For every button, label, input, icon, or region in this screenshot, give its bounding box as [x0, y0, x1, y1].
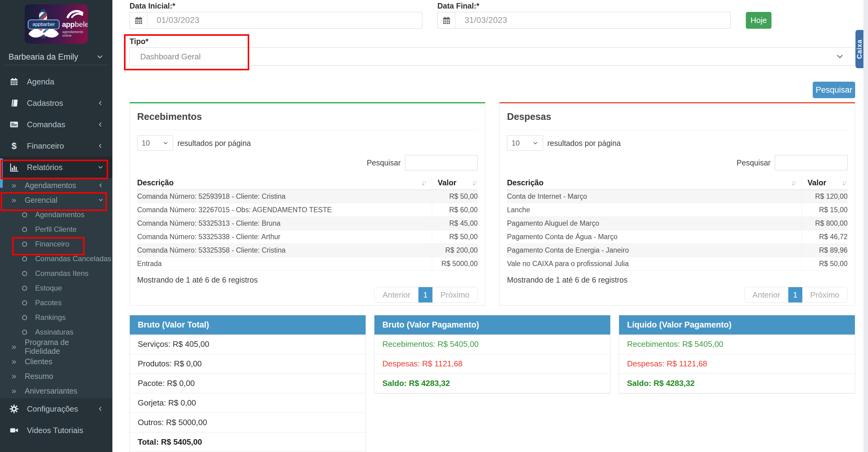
table-row[interactable]: Conta de Internet - MarçoR$ 120,00 — [507, 190, 847, 203]
submenu-item-clientes[interactable]: »Clientes — [0, 354, 113, 369]
valor-header-label: Valor — [438, 178, 456, 187]
submenu-item-resumo[interactable]: »Resumo — [0, 369, 113, 384]
chevron-left-icon — [97, 100, 104, 107]
circle-icon — [22, 242, 27, 247]
book-icon — [8, 98, 20, 108]
table-row[interactable]: Vale no CAIXA para o profissional JuliaR… — [507, 257, 847, 271]
sidebar-item-financeiro[interactable]: $ Financeiro — [0, 135, 113, 157]
table-row[interactable]: Pagamento Aluguel de MarçoR$ 800,00 — [507, 217, 847, 230]
gerencial-item-label: Perfil Cliente — [35, 225, 77, 234]
valor-header[interactable]: Valor ↓↑ — [802, 176, 847, 190]
bar-chart-icon — [8, 163, 20, 172]
gerencial-item-assinaturas[interactable]: Assinaturas — [0, 325, 113, 339]
sidebar-item-agenda[interactable]: Agenda — [0, 71, 113, 92]
row-description: Pagamento Conta de Água - Março — [507, 233, 802, 241]
submenu-item-aniversariantes[interactable]: »Aniversariantes — [0, 384, 113, 398]
data-inicial-input[interactable]: 01/03/2023 — [129, 12, 423, 29]
circle-icon — [22, 330, 27, 335]
table-search-label: Pesquisar — [737, 159, 771, 167]
page-1-button[interactable]: 1 — [418, 287, 432, 303]
sidebar-item-label: Comandas — [27, 120, 65, 130]
table-search-input[interactable] — [405, 155, 478, 170]
row-description: Pagamento Aluguel de Março — [507, 219, 802, 228]
data-final-value: 31/03/2023 — [455, 16, 507, 25]
hoje-button[interactable]: Hoje — [746, 12, 772, 29]
caixa-side-tab[interactable]: Caixa — [856, 30, 863, 68]
bruto-valor-total-card: Bruto (Valor Total) Serviços: R$ 405,00 … — [129, 315, 366, 452]
page-1-button[interactable]: 1 — [788, 287, 802, 303]
card-row-total: Total: R$ 5405,00 — [130, 432, 366, 452]
sidebar-item-cadastros[interactable]: Cadastros — [0, 92, 113, 114]
gerencial-item-perfil-cliente[interactable]: Perfil Cliente — [0, 222, 113, 237]
sidebar-item-videos-tutoriais[interactable]: Videos Tutoriais — [0, 420, 113, 441]
row-description: Lanche — [507, 206, 802, 214]
card-row-outros: Outros: R$ 5000,00 — [130, 413, 366, 432]
table-body: Conta de Internet - MarçoR$ 120,00 Lanch… — [507, 190, 847, 271]
gerencial-item-pacotes[interactable]: Pacotes — [0, 295, 113, 310]
valor-header[interactable]: Valor ↓↑ — [432, 176, 478, 190]
per-page-select[interactable]: 10 — [137, 136, 173, 151]
angle-double-right-icon: » — [11, 386, 16, 396]
submenu-item-label: Clientes — [25, 357, 52, 366]
gerencial-item-rankings[interactable]: Rankings — [0, 310, 113, 325]
table-row[interactable]: Comanda Número: 32267015 - Obs: AGENDAME… — [137, 203, 478, 217]
card-title: Líquido (Valor Pagamento) — [619, 315, 855, 335]
tipo-label: Tipo* — [129, 37, 855, 45]
previous-page-button[interactable]: Anterior — [375, 287, 418, 303]
table-row[interactable]: Comanda Número: 53325358 - Cliente: Cris… — [137, 244, 478, 257]
valor-header-label: Valor — [808, 178, 826, 187]
sidebar-item-label: Agenda — [27, 77, 54, 87]
table-header: Descrição ↓↑ Valor ↓↑ — [137, 176, 478, 190]
tipo-select[interactable]: Dashboard Geral — [129, 48, 855, 66]
submenu-item-agendamentos[interactable]: » Agendamentos — [0, 178, 113, 193]
descricao-header[interactable]: Descrição ↓↑ — [137, 178, 432, 187]
calendar-icon — [130, 12, 148, 28]
submenu-item-label: Aniversariantes — [25, 387, 77, 395]
row-value: R$ 50,00 — [432, 230, 478, 244]
gerencial-item-estoque[interactable]: Estoque — [0, 281, 113, 295]
card-title: Bruto (Valor Pagamento) — [374, 315, 610, 335]
gerencial-item-comandas-canceladas[interactable]: Comandas Canceladas — [0, 251, 113, 266]
sidebar-item-configuracoes[interactable]: Configurações — [0, 398, 113, 420]
table-row[interactable]: LancheR$ 15,00 — [507, 203, 847, 217]
sidebar-item-comandas[interactable]: Comandas — [0, 114, 113, 135]
gerencial-item-agendamentos[interactable]: Agendamentos — [0, 207, 113, 222]
row-description: Comanda Número: 52593918 - Cliente: Cris… — [137, 192, 432, 201]
sort-icon: ↓↑ — [791, 179, 797, 186]
table-row[interactable]: EntradaR$ 5000,00 — [137, 257, 478, 271]
chevron-down-icon — [162, 140, 168, 146]
pesquisar-button[interactable]: Pesquisar — [813, 82, 855, 98]
table-row[interactable]: Pagamento Conta de Energia - JaneiroR$ 8… — [507, 244, 847, 257]
gerencial-item-comandas-itens[interactable]: Comandas Itens — [0, 266, 113, 281]
gerencial-item-label: Agendamentos — [35, 210, 84, 219]
angle-double-right-icon: » — [11, 195, 16, 205]
previous-page-button[interactable]: Anterior — [745, 287, 788, 303]
scrollbar-track[interactable] — [863, 0, 868, 452]
table-search-input[interactable] — [775, 155, 847, 170]
table-row[interactable]: Pagamento Conta de Água - MarçoR$ 46,72 — [507, 230, 847, 244]
descricao-header-label: Descrição — [507, 178, 544, 187]
sidebar-item-relatorios[interactable]: Relatórios — [0, 157, 113, 178]
next-page-button[interactable]: Próximo — [802, 287, 847, 303]
data-final-input[interactable]: 31/03/2023 — [437, 12, 731, 29]
sort-icon: ↓↑ — [472, 179, 478, 186]
row-description: Comanda Número: 53325338 - Cliente: Arth… — [137, 233, 432, 241]
table-row[interactable]: Comanda Número: 53325313 - Cliente: Brun… — [137, 217, 478, 230]
active-item-indicator — [0, 159, 3, 188]
caixa-tab-label: Caixa — [856, 39, 863, 59]
row-value: R$ 89,96 — [802, 244, 847, 257]
per-page-select[interactable]: 10 — [507, 136, 543, 151]
calendar-icon — [438, 12, 455, 28]
table-row[interactable]: Comanda Número: 52593918 - Cliente: Cris… — [137, 190, 478, 203]
table-row[interactable]: Comanda Número: 53325338 - Cliente: Arth… — [137, 230, 478, 244]
gerencial-item-label: Assinaturas — [35, 328, 73, 336]
chevron-down-icon — [835, 52, 844, 61]
submenu-item-gerencial[interactable]: » Gerencial — [0, 193, 113, 207]
gerencial-item-financeiro[interactable]: Financeiro — [0, 237, 113, 251]
business-selector[interactable]: Barbearia da Emily — [0, 51, 113, 63]
row-description: Pagamento Conta de Energia - Janeiro — [507, 246, 802, 254]
descricao-header[interactable]: Descrição ↓↑ — [507, 178, 802, 187]
submenu-item-programa-fidelidade[interactable]: »Programa de Fidelidade — [0, 339, 113, 354]
row-value: R$ 120,00 — [802, 190, 847, 203]
next-page-button[interactable]: Próximo — [432, 287, 477, 303]
